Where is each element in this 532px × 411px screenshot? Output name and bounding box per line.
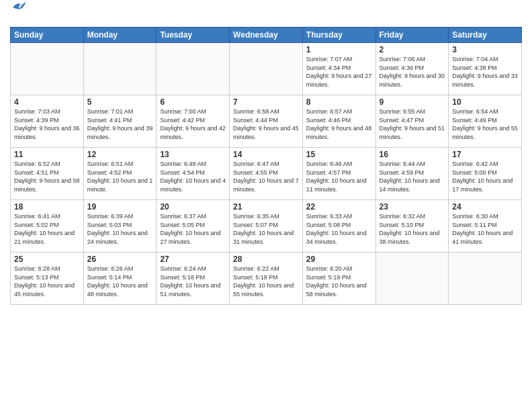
calendar-header-tuesday: Tuesday xyxy=(157,28,230,43)
day-info: Sunrise: 6:47 AM Sunset: 4:55 PM Dayligh… xyxy=(233,160,299,193)
day-number: 12 xyxy=(87,150,153,159)
calendar-cell: 15Sunrise: 6:46 AM Sunset: 4:57 PM Dayli… xyxy=(302,148,375,200)
calendar-header-row: SundayMondayTuesdayWednesdayThursdayFrid… xyxy=(11,28,522,43)
day-info: Sunrise: 6:54 AM Sunset: 4:49 PM Dayligh… xyxy=(452,107,518,141)
calendar-week-1: 4Sunrise: 7:03 AM Sunset: 4:39 PM Daylig… xyxy=(11,95,522,148)
day-number: 8 xyxy=(306,97,372,107)
calendar-cell: 10Sunrise: 6:54 AM Sunset: 4:49 PM Dayli… xyxy=(449,95,522,148)
calendar-table: SundayMondayTuesdayWednesdayThursdayFrid… xyxy=(10,27,522,305)
calendar-week-2: 11Sunrise: 6:52 AM Sunset: 4:51 PM Dayli… xyxy=(11,148,522,200)
calendar-cell: 2Sunrise: 7:06 AM Sunset: 4:36 PM Daylig… xyxy=(375,43,449,95)
day-number: 23 xyxy=(380,202,445,212)
calendar-header-friday: Friday xyxy=(375,28,449,43)
logo xyxy=(10,9,26,23)
calendar-cell xyxy=(83,43,157,95)
day-number: 28 xyxy=(233,255,299,264)
day-info: Sunrise: 6:46 AM Sunset: 4:57 PM Dayligh… xyxy=(306,160,372,193)
calendar-cell: 11Sunrise: 6:52 AM Sunset: 4:51 PM Dayli… xyxy=(11,148,84,200)
day-number: 3 xyxy=(452,45,518,54)
day-info: Sunrise: 7:07 AM Sunset: 4:34 PM Dayligh… xyxy=(306,55,372,89)
calendar-cell: 23Sunrise: 6:32 AM Sunset: 5:10 PM Dayli… xyxy=(375,200,449,253)
calendar-cell: 29Sunrise: 6:20 AM Sunset: 5:19 PM Dayli… xyxy=(302,253,375,305)
day-info: Sunrise: 6:30 AM Sunset: 5:11 PM Dayligh… xyxy=(452,212,518,246)
day-info: Sunrise: 6:28 AM Sunset: 5:13 PM Dayligh… xyxy=(14,265,80,298)
calendar-cell: 4Sunrise: 7:03 AM Sunset: 4:39 PM Daylig… xyxy=(11,95,84,148)
day-number: 16 xyxy=(380,150,445,159)
calendar-cell: 26Sunrise: 6:26 AM Sunset: 5:14 PM Dayli… xyxy=(83,253,157,305)
calendar-header-thursday: Thursday xyxy=(302,28,375,43)
day-number: 6 xyxy=(160,97,226,107)
day-info: Sunrise: 6:32 AM Sunset: 5:10 PM Dayligh… xyxy=(380,212,445,246)
day-info: Sunrise: 6:35 AM Sunset: 5:07 PM Dayligh… xyxy=(233,212,299,246)
calendar-cell: 20Sunrise: 6:37 AM Sunset: 5:05 PM Dayli… xyxy=(157,200,230,253)
calendar-cell: 5Sunrise: 7:01 AM Sunset: 4:41 PM Daylig… xyxy=(83,95,157,148)
day-number: 29 xyxy=(306,255,372,264)
day-number: 7 xyxy=(233,97,299,107)
calendar-cell: 27Sunrise: 6:24 AM Sunset: 5:16 PM Dayli… xyxy=(157,253,230,305)
calendar-cell xyxy=(449,253,522,305)
calendar-header-monday: Monday xyxy=(83,28,157,43)
day-number: 19 xyxy=(87,202,153,212)
day-info: Sunrise: 6:24 AM Sunset: 5:16 PM Dayligh… xyxy=(160,265,226,298)
calendar-week-4: 25Sunrise: 6:28 AM Sunset: 5:13 PM Dayli… xyxy=(11,253,522,305)
calendar-cell: 9Sunrise: 6:55 AM Sunset: 4:47 PM Daylig… xyxy=(375,95,449,148)
day-number: 27 xyxy=(160,255,226,264)
day-number: 25 xyxy=(14,255,80,264)
day-number: 18 xyxy=(14,202,80,212)
calendar-header-saturday: Saturday xyxy=(449,28,522,43)
calendar-cell: 16Sunrise: 6:44 AM Sunset: 4:59 PM Dayli… xyxy=(375,148,449,200)
day-info: Sunrise: 6:51 AM Sunset: 4:52 PM Dayligh… xyxy=(87,160,153,193)
day-number: 9 xyxy=(380,97,445,107)
logo-bird-icon xyxy=(11,1,26,13)
calendar-cell xyxy=(157,43,230,95)
calendar-cell: 19Sunrise: 6:39 AM Sunset: 5:03 PM Dayli… xyxy=(83,200,157,253)
day-number: 20 xyxy=(160,202,226,212)
day-info: Sunrise: 6:42 AM Sunset: 5:00 PM Dayligh… xyxy=(452,160,518,193)
day-number: 13 xyxy=(160,150,226,159)
calendar-cell: 25Sunrise: 6:28 AM Sunset: 5:13 PM Dayli… xyxy=(11,253,84,305)
day-number: 26 xyxy=(87,255,153,264)
day-info: Sunrise: 6:39 AM Sunset: 5:03 PM Dayligh… xyxy=(87,212,153,246)
day-info: Sunrise: 6:58 AM Sunset: 4:44 PM Dayligh… xyxy=(233,107,299,141)
day-number: 24 xyxy=(452,202,518,212)
day-number: 1 xyxy=(306,45,372,54)
calendar-cell xyxy=(230,43,303,95)
header xyxy=(10,7,522,23)
calendar-cell: 24Sunrise: 6:30 AM Sunset: 5:11 PM Dayli… xyxy=(449,200,522,253)
calendar-cell: 8Sunrise: 6:57 AM Sunset: 4:46 PM Daylig… xyxy=(302,95,375,148)
calendar-cell: 18Sunrise: 6:41 AM Sunset: 5:02 PM Dayli… xyxy=(11,200,84,253)
calendar-week-3: 18Sunrise: 6:41 AM Sunset: 5:02 PM Dayli… xyxy=(11,200,522,253)
day-number: 22 xyxy=(306,202,372,212)
day-number: 15 xyxy=(306,150,372,159)
day-info: Sunrise: 6:41 AM Sunset: 5:02 PM Dayligh… xyxy=(14,212,80,246)
day-number: 14 xyxy=(233,150,299,159)
day-number: 17 xyxy=(452,150,518,159)
calendar-cell: 12Sunrise: 6:51 AM Sunset: 4:52 PM Dayli… xyxy=(83,148,157,200)
day-info: Sunrise: 6:26 AM Sunset: 5:14 PM Dayligh… xyxy=(87,265,153,298)
day-number: 4 xyxy=(14,97,80,107)
day-info: Sunrise: 7:04 AM Sunset: 4:38 PM Dayligh… xyxy=(452,55,518,89)
day-number: 10 xyxy=(452,97,518,107)
day-info: Sunrise: 7:06 AM Sunset: 4:36 PM Dayligh… xyxy=(380,55,445,89)
day-info: Sunrise: 6:37 AM Sunset: 5:05 PM Dayligh… xyxy=(160,212,226,246)
calendar-cell: 3Sunrise: 7:04 AM Sunset: 4:38 PM Daylig… xyxy=(449,43,522,95)
day-info: Sunrise: 7:01 AM Sunset: 4:41 PM Dayligh… xyxy=(87,107,153,141)
day-info: Sunrise: 7:00 AM Sunset: 4:42 PM Dayligh… xyxy=(160,107,226,141)
day-number: 11 xyxy=(14,150,80,159)
calendar-cell: 17Sunrise: 6:42 AM Sunset: 5:00 PM Dayli… xyxy=(449,148,522,200)
day-info: Sunrise: 6:20 AM Sunset: 5:19 PM Dayligh… xyxy=(306,265,372,298)
day-info: Sunrise: 6:49 AM Sunset: 4:54 PM Dayligh… xyxy=(160,160,226,193)
day-info: Sunrise: 7:03 AM Sunset: 4:39 PM Dayligh… xyxy=(14,107,80,141)
calendar-week-0: 1Sunrise: 7:07 AM Sunset: 4:34 PM Daylig… xyxy=(11,43,522,95)
calendar-cell: 14Sunrise: 6:47 AM Sunset: 4:55 PM Dayli… xyxy=(230,148,303,200)
calendar-header-sunday: Sunday xyxy=(11,28,84,43)
calendar-cell: 28Sunrise: 6:22 AM Sunset: 5:18 PM Dayli… xyxy=(230,253,303,305)
calendar-cell: 13Sunrise: 6:49 AM Sunset: 4:54 PM Dayli… xyxy=(157,148,230,200)
calendar-cell xyxy=(375,253,449,305)
page: SundayMondayTuesdayWednesdayThursdayFrid… xyxy=(0,0,532,411)
day-info: Sunrise: 6:44 AM Sunset: 4:59 PM Dayligh… xyxy=(380,160,445,193)
day-info: Sunrise: 6:52 AM Sunset: 4:51 PM Dayligh… xyxy=(14,160,80,193)
calendar-header-wednesday: Wednesday xyxy=(230,28,303,43)
day-number: 5 xyxy=(87,97,153,107)
calendar-cell: 21Sunrise: 6:35 AM Sunset: 5:07 PM Dayli… xyxy=(230,200,303,253)
